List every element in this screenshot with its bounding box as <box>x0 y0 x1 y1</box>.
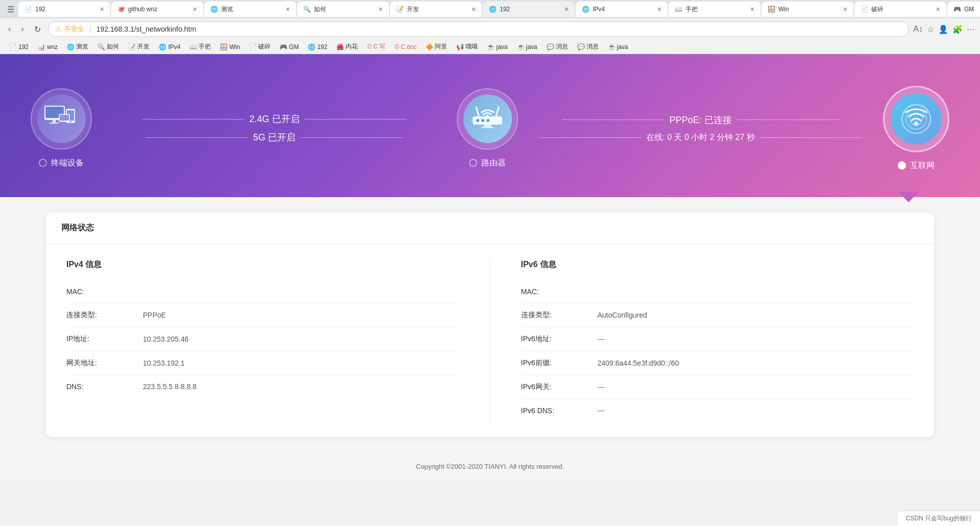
tab-7[interactable]: 📖 手把 × <box>669 2 761 17</box>
ipv6-gateway-row: IPv6网关: --- <box>521 375 914 399</box>
ipv4-dns-label: DNS: <box>66 382 128 391</box>
tab-4-close[interactable]: × <box>379 5 383 13</box>
profile-btn[interactable]: 👤 <box>938 25 948 34</box>
bookmark-msg1[interactable]: 💬消息 <box>543 41 572 52</box>
ipv6-conntype-value: AutoConfigured <box>598 311 647 319</box>
reload-button[interactable]: ↻ <box>31 22 44 36</box>
tab-8-close[interactable]: × <box>843 5 847 13</box>
bookmark-java3[interactable]: ☕java <box>604 42 632 52</box>
tab-2[interactable]: 🐙 github wnz × <box>111 2 203 17</box>
tab-1-favicon: 📄 <box>24 6 32 13</box>
bookmark-3[interactable]: 🌐测览 <box>63 41 92 52</box>
tab-3-favicon: 🌐 <box>210 6 218 13</box>
forward-button[interactable]: › <box>18 22 27 36</box>
ipv4-conntype-row: 连接类型: PPPoE <box>66 303 459 327</box>
router-icon-inner <box>463 94 512 143</box>
bookmark-java1[interactable]: ☕java <box>483 42 511 52</box>
tab-3[interactable]: 🌐 测览 × <box>204 2 296 17</box>
tab-6-label: IPv4 <box>593 6 654 13</box>
ipv6-dns-row: IPv6 DNS: --- <box>521 399 914 422</box>
address-input[interactable] <box>96 25 902 33</box>
extensions-btn[interactable]: 🧩 <box>952 25 963 34</box>
bookmark-10[interactable]: 🎮GM <box>276 42 303 52</box>
ipv6-gateway-label: IPv6网关: <box>521 382 582 392</box>
tab-9[interactable]: 📄 破碎 × <box>854 2 946 17</box>
ipv6-prefix-row: IPv6前缀: 2409:8a44:5e3f:d9d0::/60 <box>521 351 914 375</box>
bookmark-c[interactable]: ©C 写 <box>363 41 389 52</box>
bookmark-doc[interactable]: ©C doc <box>390 42 421 52</box>
ipv4-gateway-value: 10.253.192.1 <box>143 359 185 367</box>
back-button[interactable]: ‹ <box>5 22 14 36</box>
tab-active[interactable]: 🌐 192 × <box>483 2 575 17</box>
online-time-line: 在线: 0 天 0 小时 2 分钟 27 秒 <box>539 132 862 143</box>
tab-10[interactable]: 🎮 GM × <box>947 2 980 17</box>
time-line-left <box>539 137 641 138</box>
bookmark-msg2[interactable]: 💬消息 <box>573 41 603 52</box>
ipv4-dns-value: 223.5.5.5 8.8.8.8 <box>143 382 197 391</box>
tab-2-close[interactable]: × <box>193 5 197 13</box>
ipv4-ip-row: IP地址: 10.253.205.46 <box>66 327 459 351</box>
bookmark-java2[interactable]: ☕java <box>513 42 542 52</box>
bookmark-5[interactable]: 📝开发 <box>124 41 154 52</box>
bookmark-8[interactable]: 🪟Win <box>216 42 244 52</box>
security-label: 不安全 <box>64 25 84 34</box>
pppoe-connection-info: PPPoE: 已连接 在线: 0 天 0 小时 2 分钟 27 秒 <box>518 114 883 143</box>
bottom-bar-text: CSDN 只会写bug的顿行 <box>906 515 972 522</box>
bookmark-btn[interactable]: ☆ <box>927 25 934 34</box>
svg-point-12 <box>486 119 489 122</box>
ipv6-addr-label: IPv6地址: <box>521 334 582 344</box>
router-label-text: 路由器 <box>481 158 506 169</box>
translate-btn[interactable]: A↕ <box>913 25 923 34</box>
bookmark-12[interactable]: 🌺内花 <box>332 41 362 52</box>
tab-10-label: GM <box>964 6 980 13</box>
wifi-5g-line: 5G 已开启 <box>146 131 403 144</box>
bookmark-7[interactable]: 📖手把 <box>185 41 215 52</box>
tab-5[interactable]: 📝 开发 × <box>390 2 482 17</box>
router-section: 路由器 <box>457 88 518 169</box>
bookmark-ali[interactable]: 🔶阿里 <box>422 41 451 52</box>
settings-btn[interactable]: ⋯ <box>967 25 975 34</box>
tab-3-close[interactable]: × <box>286 5 290 13</box>
ipv6-addr-value: --- <box>598 335 605 343</box>
tab-active-close[interactable]: × <box>565 5 569 13</box>
tab-6-close[interactable]: × <box>657 5 662 13</box>
internet-icon-wrap <box>883 86 949 152</box>
tab-9-close[interactable]: × <box>936 5 940 13</box>
tab-4[interactable]: 🔍 如何 × <box>297 2 389 17</box>
router-label: 路由器 <box>469 158 506 169</box>
tab-4-favicon: 🔍 <box>303 6 311 13</box>
terminal-label: 终端设备 <box>39 158 84 169</box>
internet-icon <box>898 101 934 137</box>
bookmark-2[interactable]: 📊wnz <box>34 42 62 52</box>
bookmark-6[interactable]: 🌐IPv4 <box>155 42 184 52</box>
tab-6-favicon: 🌐 <box>582 6 590 13</box>
bookmark-1[interactable]: 📄192 <box>5 42 33 52</box>
tab-8-favicon: 🪟 <box>768 6 775 13</box>
bookmark-4[interactable]: 🔍如何 <box>93 41 123 52</box>
tab-8-label: Win <box>778 6 840 13</box>
tab-5-close[interactable]: × <box>472 5 476 13</box>
tab-3-label: 测览 <box>221 5 283 14</box>
bookmark-9[interactable]: 📄破碎 <box>245 41 275 52</box>
bookmarks-bar: 📄192 📊wnz 🌐测览 🔍如何 📝开发 🌐IPv4 📖手把 🪟Win 📄破碎… <box>0 40 980 54</box>
terminal-status-dot <box>39 159 47 167</box>
tab-8[interactable]: 🪟 Win × <box>762 2 853 17</box>
sidebar-toggle-btn[interactable]: ☰ <box>4 3 17 16</box>
ipv4-mac-row: MAC: <box>66 280 459 303</box>
tab-6[interactable]: 🌐 IPv4 × <box>576 2 668 17</box>
ipv6-title: IPv6 信息 <box>521 259 914 270</box>
tab-5-label: 开发 <box>407 5 469 14</box>
ipv6-conntype-row: 连接类型: AutoConfigured <box>521 303 914 327</box>
security-icon: ⚠ <box>56 26 61 33</box>
wifi-2g-line: 2.4G 已开启 <box>142 113 406 125</box>
ipv4-title: IPv4 信息 <box>66 259 459 270</box>
ipv4-gateway-row: 网关地址: 10.253.192.1 <box>66 351 459 375</box>
svg-point-11 <box>481 119 484 122</box>
terminal-icon-wrap <box>31 88 92 150</box>
tab-7-close[interactable]: × <box>750 5 754 13</box>
tab-1[interactable]: 📄 192 × <box>18 2 110 17</box>
bookmark-oh[interactable]: 📢哦哦 <box>452 41 482 52</box>
tab-bar: ☰ 📄 192 × 🐙 github wnz × 🌐 测览 × 🔍 如何 × 📝… <box>0 0 980 18</box>
tab-1-close[interactable]: × <box>100 5 104 13</box>
bookmark-11[interactable]: 🌐192 <box>304 42 331 52</box>
